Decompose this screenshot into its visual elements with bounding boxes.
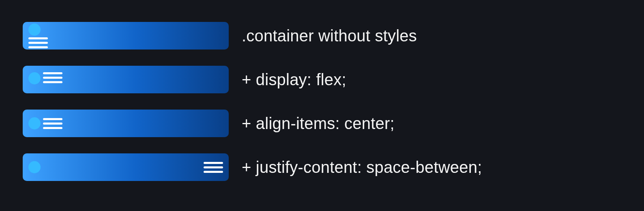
diagram: .container without styles + display: fle…: [0, 0, 644, 203]
circle-icon: [28, 24, 41, 36]
example-row-3: + align-items: center;: [23, 110, 624, 137]
example-row-4: + justify-content: space-between;: [23, 153, 624, 181]
container-space-between: [23, 153, 229, 181]
container-display-flex: [23, 66, 229, 93]
container-align-center: [23, 110, 229, 137]
container-no-styles: [23, 22, 229, 50]
label-row-1: .container without styles: [242, 27, 417, 45]
circle-icon: [28, 161, 41, 173]
lines-icon: [204, 162, 223, 173]
example-row-2: + display: flex;: [23, 66, 624, 93]
label-row-3: + align-items: center;: [242, 114, 395, 133]
label-row-2: + display: flex;: [242, 71, 346, 89]
circle-icon: [28, 72, 41, 84]
label-row-4: + justify-content: space-between;: [242, 158, 482, 177]
circle-icon: [28, 117, 41, 129]
example-row-1: .container without styles: [23, 22, 624, 50]
lines-icon: [43, 118, 62, 129]
lines-icon: [28, 37, 223, 48]
lines-icon: [43, 72, 62, 83]
